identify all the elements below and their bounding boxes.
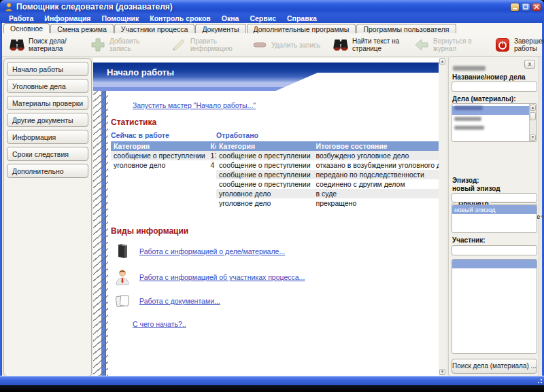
cases-scrollbar[interactable]: ▲ ▼	[529, 104, 537, 141]
menu-spravka[interactable]: Справка	[282, 14, 322, 22]
bottom-edge	[0, 385, 544, 392]
toolbar-label: Вернуться в журнал	[433, 37, 483, 52]
table-cell: сообщение о преступлении	[216, 170, 313, 179]
case-panel: x Название/номер дела Дела (материалы): …	[448, 56, 539, 376]
scroll-down-icon[interactable]: ▼	[530, 135, 536, 141]
table-row: сообщение о преступлении возбуждено угол…	[216, 151, 439, 160]
where-to-start-link[interactable]: С чего начать?..	[133, 320, 186, 328]
add-icon	[90, 37, 106, 53]
in-work-title: Сейчас в работе	[111, 131, 220, 139]
tab-dop-programmy[interactable]: Дополнительные программы	[247, 24, 356, 33]
scroll-up-icon[interactable]: ▲	[530, 105, 536, 111]
tab-osnovnoe[interactable]: Основное	[3, 23, 50, 33]
minimize-button[interactable]	[510, 3, 520, 12]
info-link-row: Работа с информацией об участниках проце…	[114, 268, 305, 286]
table-row: сообщение о преступлении соединено с дру…	[216, 179, 439, 189]
sidebar-item-drugie-dokumenty[interactable]: Другие документы	[7, 113, 88, 127]
participant-icon	[114, 268, 131, 286]
tab-programmy-polzovatelya[interactable]: Программы пользователя	[356, 24, 456, 33]
toolbar-label: Найти текст на странице	[352, 37, 403, 52]
toolbar-label: Править информацию	[190, 37, 241, 52]
resize-grip[interactable]	[536, 377, 543, 384]
window-title: Помощник следователя (дознавателя)	[16, 2, 173, 12]
table-cell: уголовное дело	[216, 189, 313, 198]
sidebar: Начало работы Уголовные дела Материалы п…	[3, 58, 92, 376]
panel-close-button[interactable]: x	[524, 60, 535, 69]
menu-pomoshchnik[interactable]: Помощник	[97, 14, 143, 22]
table-cell: передано по подследственности	[313, 170, 439, 179]
case-item[interactable]	[452, 115, 537, 124]
page: Начало работы Запустить мастер "Начало р…	[93, 58, 439, 376]
sidebar-item-materialy-proverki[interactable]: Материалы проверки	[7, 96, 88, 110]
table-row: сообщение о преступлении передано по под…	[216, 170, 439, 179]
column-header: Категория	[216, 141, 313, 151]
exit-button[interactable]: Завершение работы	[494, 37, 544, 53]
case-name-input[interactable]	[452, 82, 537, 92]
sidebar-item-nachalo-raboty[interactable]: Начало работы	[7, 62, 88, 76]
table-cell: сообщение о преступлении	[216, 160, 313, 170]
table-cell: уголовное дело	[111, 160, 208, 170]
status-bar	[0, 376, 544, 385]
table-cell: сообщение о преступлении	[216, 151, 313, 160]
scroll-up-icon[interactable]: ▲	[439, 58, 445, 65]
binoculars-icon	[9, 37, 25, 53]
table-cell: сообщение о преступлении	[111, 151, 208, 160]
work-documents-link[interactable]: Работа с документами...	[139, 297, 220, 305]
tab-dokumenty[interactable]: Документы	[195, 24, 245, 33]
sidebar-item-ugolovnye-dela[interactable]: Уголовные дела	[7, 79, 88, 93]
redacted-case-number	[453, 66, 486, 71]
menu-kontrol-srokov[interactable]: Контроль сроков	[145, 14, 216, 22]
selected-participant-item[interactable]	[452, 260, 537, 268]
delete-icon	[252, 37, 268, 53]
work-participants-link[interactable]: Работа с информацией об участниках проце…	[139, 273, 305, 281]
episode-input[interactable]	[452, 193, 537, 202]
column-header: Категория	[111, 141, 208, 151]
menu-informacia[interactable]: Информация	[39, 14, 95, 22]
delete-record-button: Удалить запись	[252, 37, 322, 53]
add-record-button: Добавить запись	[90, 37, 160, 53]
search-case-material-button[interactable]: Поиск дела (материала) ...	[452, 359, 537, 374]
content-scrollbar[interactable]: ▲ ▼	[439, 58, 446, 376]
episode-label: Эпизод:	[452, 177, 479, 184]
title-bar: Помощник следователя (дознавателя)	[0, 0, 544, 14]
case-folder-icon	[114, 243, 131, 260]
scroll-down-icon[interactable]: ▼	[439, 369, 445, 375]
tab-smena-rezhima[interactable]: Смена режима	[50, 24, 114, 33]
menu-okna[interactable]: Окна	[217, 14, 244, 22]
toolbar-label: Добавить запись	[109, 37, 160, 52]
find-text-icon	[333, 37, 349, 53]
table-header-row: Категория Итоговое состояние Кол-во	[216, 141, 439, 151]
edit-icon	[171, 37, 187, 53]
info-link-row: Работа с документами...	[114, 292, 220, 310]
table-cell: в суде	[313, 189, 439, 198]
selected-episode-item[interactable]: новый эпизод	[452, 205, 537, 214]
find-text-button[interactable]: Найти текст на странице	[333, 37, 403, 53]
tab-strip: Основное Смена режима Участники процесса…	[2, 23, 542, 33]
toolbar-label: Удалить запись	[271, 41, 322, 49]
wizard-link[interactable]: Запустить мастер "Начало работы..."	[133, 101, 256, 109]
table-row: сообщение о преступлении отказано в возу…	[216, 160, 439, 170]
table-cell: прекращено	[313, 198, 439, 208]
cases-listbox[interactable]: ▲ ▼	[452, 103, 537, 142]
menu-servis[interactable]: Сервис	[245, 14, 281, 22]
case-item[interactable]	[452, 124, 537, 132]
participant-input[interactable]	[452, 245, 537, 255]
episode-listbox[interactable]: новый эпизод	[452, 204, 537, 233]
selected-case-item[interactable]	[452, 106, 537, 115]
scrollbar-thumb[interactable]	[530, 112, 536, 120]
work-case-info-link[interactable]: Работа с информацией о деле/материале...	[139, 247, 285, 255]
stats-heading: Статистика	[111, 118, 156, 127]
toolbar-label: Поиск дела/материала	[29, 37, 79, 52]
sidebar-item-dopolnitelno[interactable]: Дополнительно	[7, 164, 88, 178]
tab-uchastniki-processa[interactable]: Участники процесса	[114, 24, 195, 33]
menu-rabota[interactable]: Работа	[4, 14, 38, 22]
close-button[interactable]	[532, 3, 541, 12]
sidebar-item-sroki-sledstviya[interactable]: Сроки следствия	[7, 147, 88, 161]
search-case-button[interactable]: Поиск дела/материала	[9, 37, 79, 53]
maximize-button[interactable]	[521, 3, 530, 12]
table-cell: соединено с другим делом	[313, 179, 439, 189]
cases-label: Дела (материалы):	[452, 95, 516, 103]
participant-listbox[interactable]	[452, 259, 537, 354]
edit-info-button: Править информацию	[171, 37, 241, 53]
sidebar-item-informacia[interactable]: Информация	[7, 130, 88, 144]
